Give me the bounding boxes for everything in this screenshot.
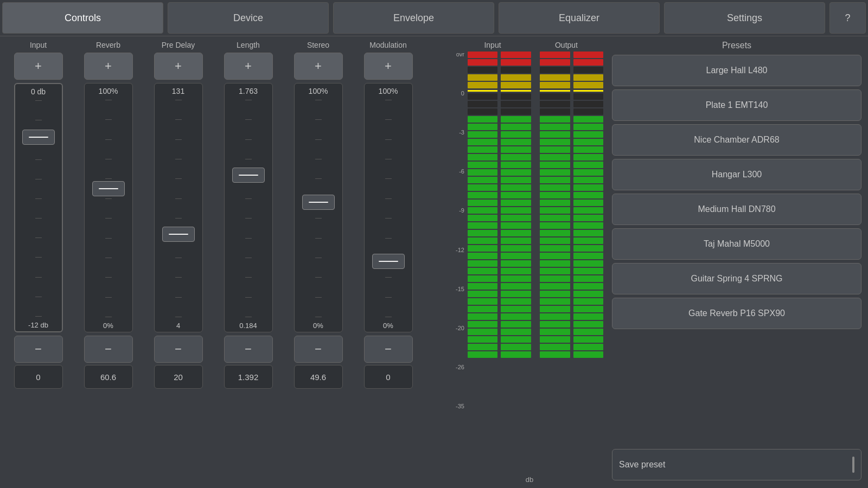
vu-segment-30 — [573, 283, 604, 290]
vu-segment-33 — [501, 306, 531, 312]
vu-segment-7 — [573, 108, 604, 115]
fader-modulation-bottom-value: 0% — [383, 322, 393, 330]
fader-length-minus[interactable]: − — [224, 336, 273, 363]
vu-segment-33 — [540, 306, 570, 312]
vu-segment-35 — [540, 321, 570, 328]
nav-equalizer[interactable]: Equalizer — [499, 2, 660, 34]
vu-segment-17 — [540, 184, 570, 191]
vu-meters-wrapper: ovr 0 -3 -6 -9 -12 -15 -20 -26 -35 — [456, 52, 603, 473]
nav-question[interactable]: ? — [829, 2, 866, 34]
vu-segment-22 — [468, 222, 498, 229]
vu-segment-2 — [573, 67, 604, 73]
vu-segment-16 — [501, 177, 531, 183]
vu-segment-9 — [501, 124, 531, 130]
fader-predelay-top-value: 131 — [172, 87, 184, 95]
fader-reverb-minus[interactable]: − — [84, 336, 133, 363]
nav-device[interactable]: Device — [168, 2, 329, 34]
vu-segment-18 — [540, 192, 570, 198]
vu-segment-16 — [573, 177, 604, 183]
fader-stereo-bottom-value: 0% — [313, 322, 323, 330]
vu-segment-3 — [573, 74, 604, 81]
vu-segment-3 — [540, 74, 570, 81]
vu-segment-5 — [573, 93, 604, 100]
vu-segment-4 — [573, 82, 604, 88]
vu-segment-10 — [540, 131, 570, 138]
fader-modulation-ticks — [382, 95, 395, 322]
vu-segment-36 — [468, 329, 498, 335]
fader-input-label: Input — [30, 41, 47, 49]
fader-length-ticks — [242, 95, 255, 322]
fader-predelay-plus[interactable]: + — [154, 53, 203, 80]
vu-segment-1 — [540, 59, 570, 66]
fader-reverb-value-box[interactable]: 60.6 — [84, 365, 133, 389]
presets-title: Presets — [612, 41, 861, 50]
vu-segment-38 — [573, 344, 604, 350]
fader-predelay-bottom-value: 4 — [176, 322, 180, 330]
vu-segment-2 — [501, 67, 531, 73]
fader-input-minus[interactable]: − — [14, 336, 63, 363]
preset-gate-reverb[interactable]: Gate Reverb P16 SPX90 — [612, 298, 861, 329]
vu-segment-39 — [573, 351, 604, 358]
fader-length-value-box[interactable]: 1.392 — [224, 365, 273, 389]
vu-segment-6 — [501, 101, 531, 107]
fader-modulation-minus[interactable]: − — [364, 336, 413, 363]
vu-meter-ch1 — [468, 52, 498, 409]
fader-length-top-value: 1.763 — [239, 87, 258, 95]
fader-predelay-value-box[interactable]: 20 — [154, 365, 203, 389]
preset-plate1[interactable]: Plate 1 EMT140 — [612, 89, 861, 121]
vu-segment-2 — [540, 67, 570, 73]
vu-meter-ch2 — [501, 52, 531, 409]
vu-scale-n12: -12 — [456, 247, 464, 253]
preset-taj-mahal[interactable]: Taj Mahal M5000 — [612, 228, 861, 260]
fader-length-thumb[interactable] — [232, 168, 265, 183]
top-nav: Controls Device Envelope Equalizer Setti… — [0, 0, 868, 36]
vu-segment-25 — [468, 245, 498, 252]
preset-nice-chamber[interactable]: Nice Chamber ADR68 — [612, 124, 861, 156]
vu-segment-38 — [468, 344, 498, 350]
fader-stereo-minus[interactable]: − — [294, 336, 343, 363]
fader-input: Input + 0 db -12 db − 0 — [4, 41, 72, 484]
fader-input-value-box[interactable]: 0 — [14, 365, 63, 389]
fader-stereo-plus[interactable]: + — [294, 53, 343, 80]
vu-segment-0 — [468, 52, 498, 58]
vu-meters-group — [468, 52, 603, 409]
vu-yellow-line — [468, 90, 498, 92]
vu-segment-31 — [540, 291, 570, 297]
fader-predelay: Pre Delay + 131 4 − 20 — [144, 41, 212, 484]
preset-hangar[interactable]: Hangar L300 — [612, 159, 861, 190]
vu-segment-16 — [468, 177, 498, 183]
vu-scale: ovr 0 -3 -6 -9 -12 -15 -20 -26 -35 — [456, 52, 468, 409]
fader-predelay-thumb[interactable] — [162, 227, 195, 242]
preset-large-hall[interactable]: Large Hall L480 — [612, 55, 861, 86]
fader-modulation-value-box[interactable]: 0 — [364, 365, 413, 389]
vu-segment-32 — [501, 298, 531, 305]
vu-segment-13 — [468, 154, 498, 160]
vu-segment-20 — [468, 207, 498, 214]
vu-segment-15 — [540, 169, 570, 176]
fader-modulation-thumb[interactable] — [372, 254, 405, 269]
vu-segment-24 — [540, 237, 570, 244]
fader-predelay-minus[interactable]: − — [154, 336, 203, 363]
save-preset-button[interactable]: Save preset — [612, 449, 861, 480]
preset-medium-hall[interactable]: Medium Hall DN780 — [612, 194, 861, 225]
nav-settings[interactable]: Settings — [664, 2, 825, 34]
vu-segment-18 — [573, 192, 604, 198]
vu-segment-5 — [468, 93, 498, 100]
fader-stereo-thumb[interactable] — [302, 195, 335, 210]
fader-input-bottom-value: -12 db — [28, 321, 48, 329]
fader-modulation-plus[interactable]: + — [364, 53, 413, 80]
fader-reverb-thumb[interactable] — [92, 181, 125, 196]
vu-segment-8 — [540, 116, 570, 123]
nav-controls[interactable]: Controls — [2, 2, 163, 34]
preset-guitar-spring[interactable]: Guitar Spring 4 SPRNG — [612, 263, 861, 294]
fader-length-plus[interactable]: + — [224, 53, 273, 80]
vu-segment-10 — [573, 131, 604, 138]
fader-reverb-plus[interactable]: + — [84, 53, 133, 80]
fader-input-plus[interactable]: + — [14, 53, 63, 80]
fader-input-thumb[interactable] — [22, 130, 55, 145]
fader-stereo-value-box[interactable]: 49.6 — [294, 365, 343, 389]
vu-segment-4 — [468, 82, 498, 88]
fader-modulation-label: Modulation — [369, 41, 407, 49]
nav-envelope[interactable]: Envelope — [333, 2, 494, 34]
vu-segment-27 — [573, 260, 604, 267]
